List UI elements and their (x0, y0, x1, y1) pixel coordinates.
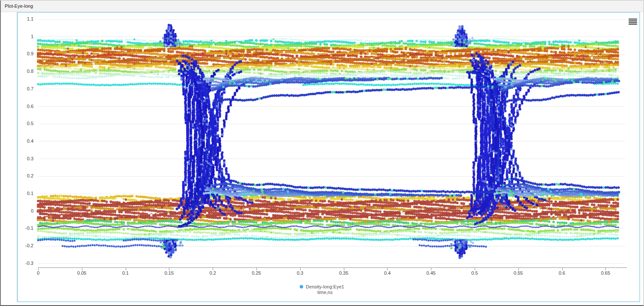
hamburger-menu-icon[interactable] (629, 18, 637, 25)
chart-legend: Density-long:Eye1 time,ns (1, 284, 643, 295)
sidebar (1, 12, 17, 302)
x-axis-title: time,ns (311, 290, 332, 295)
legend-item[interactable]: Density-long:Eye1 (300, 284, 344, 289)
page-title: Plot-Eye-long (1, 1, 643, 12)
window-title-bar: Plot-Eye-long (1, 1, 643, 12)
legend-marker-dot (300, 285, 303, 288)
app-window: Plot-Eye-long Density-long:Eye1 time,ns … (0, 0, 644, 306)
eye-diagram-canvas[interactable] (19, 14, 640, 301)
legend-series-label: Density-long:Eye1 (306, 284, 344, 289)
